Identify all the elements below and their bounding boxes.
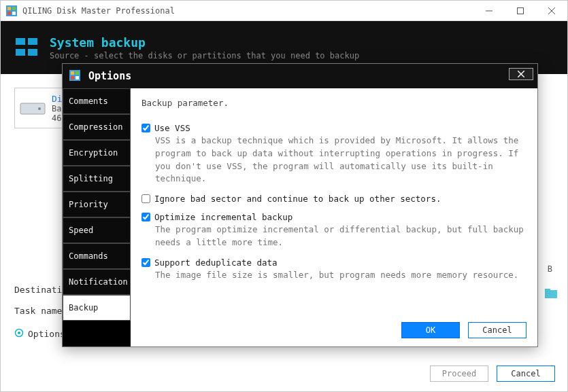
use-vss-checkbox[interactable]: [141, 124, 150, 132]
options-dialog: Options Comments Compression Encryption …: [62, 63, 538, 347]
tab-speed[interactable]: Speed: [63, 217, 131, 243]
optimize-inc-checkbox[interactable]: [141, 213, 150, 221]
use-vss-label: Use VSS: [154, 123, 190, 133]
proceed-button[interactable]: Proceed: [430, 366, 488, 382]
tab-comments[interactable]: Comments: [63, 88, 131, 114]
svg-rect-4: [12, 12, 16, 15]
tab-compression[interactable]: Compression: [63, 114, 131, 140]
gear-icon: [14, 328, 24, 340]
tab-priority[interactable]: Priority: [63, 192, 131, 217]
main-titlebar: QILING Disk Master Professional: [1, 1, 567, 21]
panel-heading: Backup parameter.: [141, 98, 527, 108]
svg-rect-12: [28, 49, 37, 56]
close-button[interactable]: [536, 1, 567, 21]
header-title: System backup: [50, 35, 359, 50]
dialog-title: Options: [88, 70, 131, 82]
dedup-label: Support deduplicate data: [154, 257, 278, 268]
ok-button[interactable]: OK: [401, 322, 460, 338]
use-vss-desc: VSS is a backup technique which is provi…: [155, 135, 527, 185]
svg-rect-23: [76, 76, 79, 79]
svg-rect-6: [518, 8, 524, 14]
svg-rect-20: [71, 71, 74, 75]
dialog-logo-icon: [69, 70, 82, 82]
option-use-vss: Use VSS VSS is a backup technique which …: [141, 123, 527, 185]
svg-rect-13: [20, 103, 45, 114]
window-controls: [473, 1, 567, 21]
browse-icon[interactable]: [545, 289, 557, 300]
main-footer-buttons: Proceed Cancel: [430, 366, 555, 382]
app-logo-icon: [6, 5, 17, 16]
svg-rect-10: [28, 38, 37, 45]
option-optimize-inc: Optimize incremental backup The program …: [141, 212, 527, 249]
svg-rect-11: [16, 49, 25, 56]
tab-encryption[interactable]: Encryption: [63, 140, 131, 166]
svg-point-14: [38, 107, 41, 110]
ignore-bad-checkbox-label[interactable]: Ignore bad sector and continue to back u…: [141, 194, 527, 204]
option-dedup: Support deduplicate data The image file …: [141, 257, 527, 282]
dialog-titlebar: Options: [63, 64, 537, 88]
dialog-content: Comments Compression Encryption Splittin…: [63, 88, 537, 346]
dialog-buttons: OK Cancel: [401, 322, 527, 338]
tab-notification[interactable]: Notification: [63, 269, 131, 295]
tab-backup[interactable]: Backup: [63, 295, 131, 321]
header-subtitle: Source - select the disks or partitions …: [50, 51, 359, 60]
ignore-bad-label: Ignore bad sector and continue to back u…: [154, 194, 441, 204]
dialog-cancel-button[interactable]: Cancel: [468, 322, 527, 338]
maximize-button[interactable]: [505, 1, 536, 21]
header-text: System backup Source - select the disks …: [50, 35, 359, 60]
dialog-tabs: Comments Compression Encryption Splittin…: [63, 88, 131, 346]
main-window: QILING Disk Master Professional System b…: [0, 0, 568, 392]
dedup-checkbox[interactable]: [141, 258, 150, 267]
optimize-inc-desc: The program optimize incremental or diff…: [155, 224, 527, 249]
size-unit: B: [548, 264, 552, 274]
ignore-bad-checkbox[interactable]: [141, 194, 150, 203]
option-ignore-bad: Ignore bad sector and continue to back u…: [141, 194, 527, 204]
optimize-inc-label: Optimize incremental backup: [154, 212, 293, 222]
dedup-checkbox-label[interactable]: Support deduplicate data: [141, 257, 527, 268]
window-title: QILING Disk Master Professional: [22, 6, 175, 16]
svg-rect-16: [545, 289, 550, 291]
svg-rect-2: [12, 7, 16, 10]
minimize-button[interactable]: [473, 1, 505, 21]
hard-disk-icon: [19, 98, 46, 118]
tab-commands[interactable]: Commands: [63, 243, 131, 269]
dedup-desc: The image file size is smaller, but prog…: [155, 269, 527, 282]
tab-splitting[interactable]: Splitting: [63, 166, 131, 192]
dialog-close-button[interactable]: [509, 68, 533, 80]
svg-rect-1: [7, 7, 11, 10]
svg-rect-9: [16, 38, 25, 45]
cancel-button[interactable]: Cancel: [497, 366, 555, 382]
system-backup-icon: [14, 35, 39, 60]
svg-rect-22: [71, 76, 74, 79]
options-link-label: Options: [28, 329, 65, 339]
svg-rect-3: [7, 12, 11, 15]
svg-rect-21: [76, 71, 79, 75]
svg-point-18: [18, 332, 20, 334]
optimize-inc-checkbox-label[interactable]: Optimize incremental backup: [141, 212, 527, 222]
use-vss-checkbox-label[interactable]: Use VSS: [141, 123, 527, 133]
dialog-panel: Backup parameter. Use VSS VSS is a backu…: [131, 88, 537, 346]
